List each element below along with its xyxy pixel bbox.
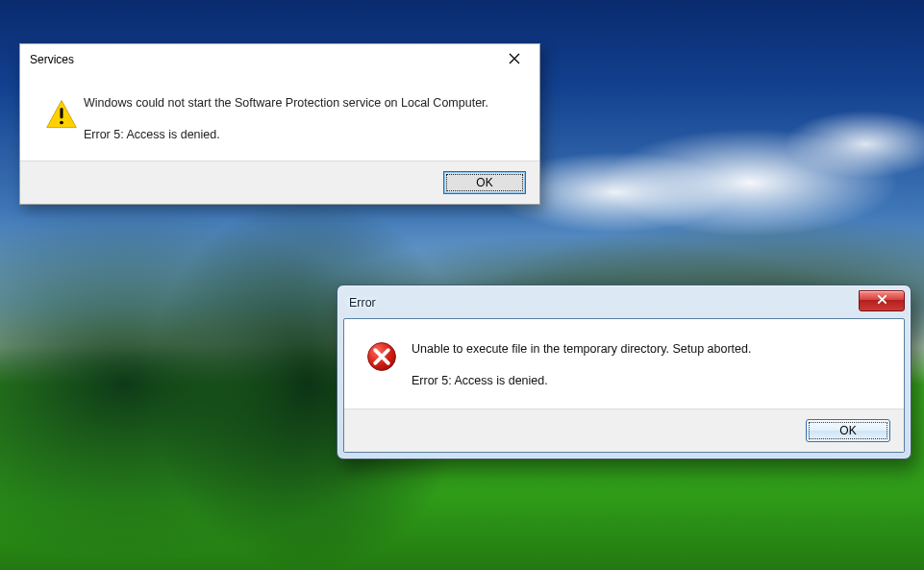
- services-dialog-message: Windows could not start the Software Pro…: [84, 94, 511, 145]
- error-dialog-footer: OK: [344, 409, 904, 452]
- services-dialog: Services Windows could not start the Sof…: [19, 43, 540, 205]
- error-icon: [365, 340, 412, 391]
- error-dialog-client: Unable to execute file in the temporary …: [343, 318, 905, 453]
- error-dialog-message: Unable to execute file in the temporary …: [412, 340, 883, 391]
- svg-point-2: [60, 121, 63, 125]
- desktop-wallpaper: Services Windows could not start the Sof…: [0, 0, 924, 570]
- warning-icon: [45, 94, 84, 145]
- close-icon: [509, 53, 520, 67]
- close-button[interactable]: [859, 290, 905, 311]
- error-dialog-title: Error: [349, 296, 376, 310]
- ok-button[interactable]: OK: [806, 419, 890, 442]
- services-dialog-body: Windows could not start the Software Pro…: [20, 75, 539, 161]
- svg-rect-1: [60, 108, 62, 118]
- error-message-line2: Error 5: Access is denied.: [412, 372, 883, 390]
- error-dialog-body: Unable to execute file in the temporary …: [344, 319, 904, 409]
- error-message-line1: Unable to execute file in the temporary …: [412, 340, 883, 359]
- error-dialog: Error: [337, 285, 912, 459]
- services-dialog-title: Services: [30, 53, 74, 66]
- services-message-line1: Windows could not start the Software Pro…: [84, 94, 511, 112]
- services-dialog-titlebar: Services: [20, 44, 539, 75]
- close-icon: [877, 294, 887, 308]
- ok-button[interactable]: OK: [443, 171, 526, 194]
- services-dialog-footer: OK: [20, 161, 539, 204]
- services-message-line2: Error 5: Access is denied.: [84, 126, 511, 144]
- close-button[interactable]: [495, 46, 534, 73]
- error-dialog-titlebar: Error: [343, 291, 905, 318]
